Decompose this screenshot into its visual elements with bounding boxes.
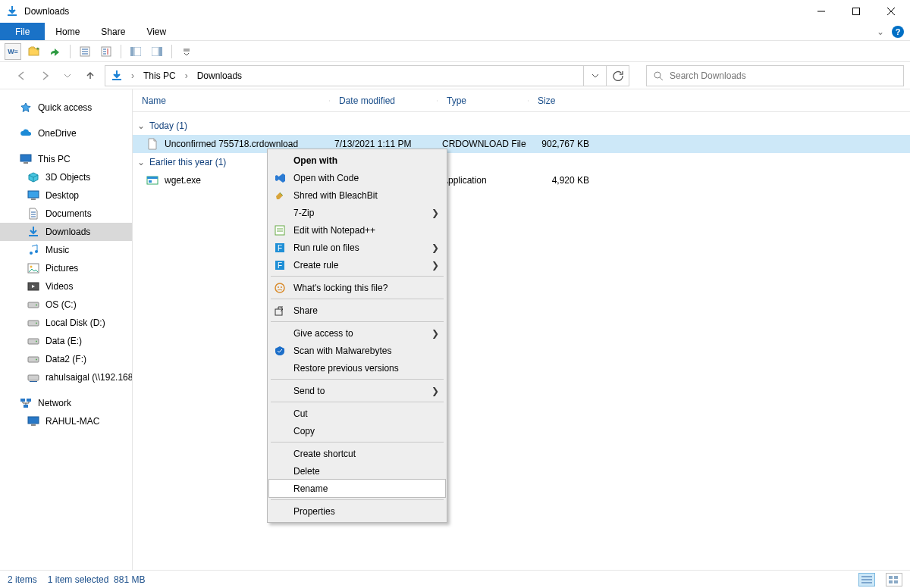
menu-item-copy[interactable]: Copy	[269, 422, 445, 439]
menu-item-edit-with-notepad-[interactable]: Edit with Notepad++	[269, 221, 445, 239]
sidebar-item-documents[interactable]: Documents	[0, 205, 132, 223]
nav-recent-button[interactable]	[59, 67, 76, 84]
qat-layout-1-icon[interactable]	[127, 43, 144, 60]
vscode-icon	[272, 172, 287, 184]
svg-rect-6	[134, 47, 141, 56]
qat-overflow-icon[interactable]	[178, 43, 195, 60]
tab-file[interactable]: File	[0, 23, 45, 40]
sidebar-item-onedrive[interactable]: OneDrive	[0, 124, 132, 142]
sidebar-item-network[interactable]: Network	[0, 394, 132, 412]
svg-point-9	[654, 72, 661, 78]
sidebar-item-videos[interactable]: Videos	[0, 277, 132, 296]
qat-share-icon[interactable]	[47, 43, 64, 60]
chevron-down-icon: ⌄	[137, 120, 145, 131]
group-header[interactable]: ⌄Earlier this year (1)	[133, 153, 910, 171]
context-menu[interactable]: Open withOpen with CodeShred with Bleach…	[267, 149, 447, 523]
content: Name Date modified Type Size ⌄Today (1)U…	[133, 89, 910, 570]
qat-select-icon[interactable]	[98, 43, 115, 60]
tab-home[interactable]: Home	[45, 23, 90, 40]
chevron-right-icon: ❯	[431, 208, 439, 218]
file-list[interactable]: ⌄Today (1)Unconfirmed 755718.crdownload7…	[133, 112, 910, 570]
menu-item-delete[interactable]: Delete	[269, 462, 445, 480]
menu-item-what-s-locking-this-file-[interactable]: What's locking this file?	[269, 279, 445, 296]
tab-share[interactable]: Share	[90, 23, 136, 40]
svg-rect-12	[28, 191, 39, 198]
menu-item-cut[interactable]: Cut	[269, 405, 445, 422]
address-bar-wrap: › This PC › Downloads	[105, 65, 629, 86]
qat-properties-icon[interactable]	[77, 43, 93, 60]
svg-point-17	[30, 266, 33, 268]
sidebar-item-data-e-[interactable]: Data (E:)	[0, 332, 132, 350]
menu-item-properties[interactable]: Properties	[269, 502, 445, 520]
refresh-button[interactable]	[607, 65, 629, 86]
chevron-right-icon[interactable]: ›	[185, 70, 188, 81]
minimize-button[interactable]	[804, 0, 839, 23]
sidebar-item-pictures[interactable]: Pictures	[0, 259, 132, 277]
sidebar-item-local-disk-d-[interactable]: Local Disk (D:)	[0, 314, 132, 332]
menu-item-shred-with-bleachbit[interactable]: Shred with BleachBit	[269, 186, 445, 204]
help-button[interactable]: ?	[892, 26, 904, 38]
table-row[interactable]: wget.exeApplication4,920 KB	[133, 171, 910, 189]
group-header[interactable]: ⌄Today (1)	[133, 117, 910, 135]
sidebar-item-os-c-[interactable]: OS (C:)	[0, 296, 132, 314]
search-icon	[653, 70, 664, 81]
menu-item-open-with[interactable]: Open with	[269, 152, 445, 169]
sidebar-item-music[interactable]: Music	[0, 241, 132, 259]
nav-back-button[interactable]	[14, 67, 30, 84]
qat-word-icon[interactable]: W≡	[5, 43, 21, 60]
qat-layout-2-icon[interactable]	[149, 43, 165, 60]
sidebar-item-desktop[interactable]: Desktop	[0, 186, 132, 205]
svg-point-26	[36, 359, 37, 361]
address-bar[interactable]: › This PC › Downloads	[105, 65, 584, 86]
menu-item-create-rule[interactable]: FCreate rule❯	[269, 256, 445, 274]
qat-new-folder-icon[interactable]: ✶	[26, 43, 42, 60]
network-icon	[20, 397, 32, 409]
folder-icon	[27, 226, 39, 238]
menu-item-give-access-to[interactable]: Give access to❯	[269, 324, 445, 342]
chevron-right-icon: ❯	[431, 328, 439, 339]
folder-icon	[27, 208, 39, 220]
view-details-button[interactable]	[858, 573, 875, 586]
svg-rect-11	[24, 162, 28, 164]
nav-up-button[interactable]	[82, 67, 99, 84]
tab-view[interactable]: View	[136, 23, 177, 40]
view-icons-button[interactable]	[886, 573, 902, 586]
menu-item-open-with-code[interactable]: Open with Code	[269, 169, 445, 186]
menu-item-share[interactable]: Share	[269, 302, 445, 319]
folder-icon	[27, 299, 39, 311]
sidebar-item-network-pc[interactable]: RAHUL-MAC	[0, 412, 132, 430]
cloud-icon	[20, 127, 32, 139]
ribbon-tabs: File Home Share View ⌄ ?	[0, 23, 910, 41]
search-input[interactable]: Search Downloads	[646, 65, 904, 86]
sidebar-item-quick-access[interactable]: Quick access	[0, 99, 132, 117]
breadcrumb[interactable]: This PC	[143, 70, 176, 81]
menu-item-run-rule-on-files[interactable]: FRun rule on files❯	[269, 239, 445, 256]
menu-item-scan-with-malwarebytes[interactable]: Scan with Malwarebytes	[269, 342, 445, 359]
sidebar-item-rahulsaigal-192-168[interactable]: rahulsaigal (\\192.168	[0, 368, 132, 386]
menu-item-restore-previous-versions[interactable]: Restore previous versions	[269, 359, 445, 377]
sidebar-item-3d-objects[interactable]: 3D Objects	[0, 168, 132, 186]
close-button[interactable]	[874, 0, 908, 23]
column-date[interactable]: Date modified	[330, 95, 438, 106]
column-type[interactable]: Type	[438, 95, 529, 106]
menu-item-7-zip[interactable]: 7-Zip❯	[269, 204, 445, 221]
chevron-right-icon[interactable]: ›	[131, 70, 134, 81]
maximize-button[interactable]	[839, 0, 874, 23]
ribbon-collapse-icon[interactable]: ⌄	[877, 27, 884, 37]
file-icon	[146, 138, 158, 150]
sidebar-item-downloads[interactable]: Downloads	[0, 223, 132, 241]
menu-item-send-to[interactable]: Send to❯	[269, 382, 445, 399]
downloads-icon	[6, 5, 18, 17]
table-row[interactable]: Unconfirmed 755718.crdownload7/13/2021 1…	[133, 135, 910, 153]
breadcrumb[interactable]: Downloads	[197, 70, 242, 81]
address-dropdown-button[interactable]	[584, 65, 607, 86]
file-icon	[146, 174, 158, 186]
menu-item-rename[interactable]: Rename	[269, 480, 445, 497]
column-name[interactable]: Name	[133, 95, 330, 106]
folder-icon	[27, 244, 39, 256]
column-size[interactable]: Size	[529, 95, 589, 106]
sidebar-item-this-pc[interactable]: This PC	[0, 150, 132, 168]
menu-item-create-shortcut[interactable]: Create shortcut	[269, 445, 445, 462]
sidebar-item-data2-f-[interactable]: Data2 (F:)	[0, 350, 132, 368]
nav-forward-button[interactable]	[36, 67, 53, 84]
